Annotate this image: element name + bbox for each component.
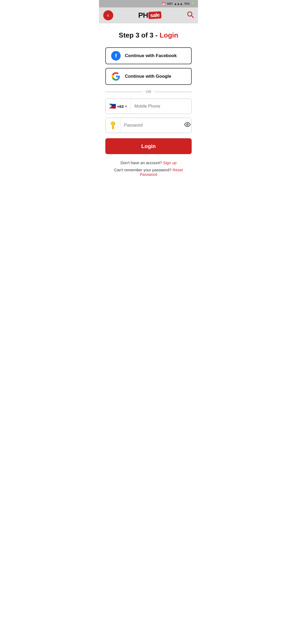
country-code: +63 [117,104,124,109]
toggle-password-icon[interactable] [181,121,192,129]
signal-icon: ▲▲▲ [174,2,183,5]
reset-password-line: Can't remember your password? Reset Pass… [105,168,192,177]
logo-sale-badge: sale [148,11,162,19]
facebook-login-button[interactable]: f Continue with Facebook [105,47,192,64]
app-logo: PH sale [138,11,162,20]
country-flag: 🇵🇭 [109,103,116,110]
battery-icon: 🔋 [191,2,195,6]
dropdown-arrow-icon: ▼ [125,105,127,108]
login-button[interactable]: Login [105,138,192,154]
google-login-button[interactable]: Continue with Google [105,68,192,85]
divider-line-right [154,92,192,92]
facebook-button-label: Continue with Facebook [125,53,177,58]
key-icon: 🔑 [108,120,118,130]
mobile-phone-input[interactable] [131,104,191,109]
phone-input-wrapper: 🇵🇭 +63 ▼ [105,99,192,114]
or-text: OR [146,90,151,94]
password-input[interactable] [120,123,181,128]
signup-line: Don't have an account? Sign up [105,160,192,165]
back-button[interactable]: ‹ [103,10,113,20]
back-chevron-icon: ‹ [107,12,109,18]
svg-point-0 [188,12,192,16]
alarm-icon: ⏰ [162,2,166,6]
divider-line-left [105,92,143,92]
svg-line-1 [192,16,194,18]
wifi-icon: WiFi [167,2,173,5]
app-header: ‹ PH sale [99,7,198,23]
or-divider: OR [105,90,192,94]
status-bar: ⏰ WiFi ▲▲▲ 76% 🔋 [99,0,198,7]
logo-ph-text: PH [138,11,148,20]
signup-prompt-text: Don't have an account? [120,160,162,165]
step-title: Step 3 of 3 - Login [105,31,192,39]
svg-point-2 [187,124,188,125]
login-label: Login [159,31,178,39]
search-button[interactable] [186,11,194,20]
country-selector[interactable]: 🇵🇭 +63 ▼ [106,99,131,114]
main-content: Step 3 of 3 - Login f Continue with Face… [99,23,198,186]
battery-percent: 76% [184,2,190,5]
google-icon [111,72,121,81]
step-separator: - [155,31,160,39]
reset-prompt-text: Can't remember your password? [114,168,171,172]
signup-link[interactable]: Sign up [163,160,177,165]
step-text: Step 3 of 3 [119,31,153,39]
footer-links: Don't have an account? Sign up Can't rem… [105,160,192,177]
facebook-icon: f [111,51,121,61]
key-icon-area: 🔑 [106,118,120,133]
google-button-label: Continue with Google [125,74,171,79]
password-input-wrapper: 🔑 [105,118,192,133]
